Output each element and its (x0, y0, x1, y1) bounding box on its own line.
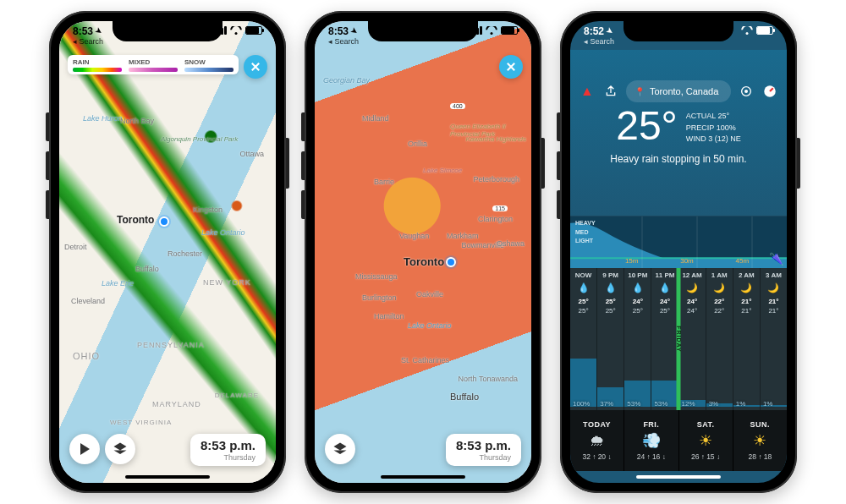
map-state: MARYLAND (152, 400, 201, 408)
hourly-column[interactable]: NOW💧25°25°100% (570, 268, 597, 410)
screen-radar-map: 8:53➤ ◂ Search Lake Huron Lake Ontario L… (59, 21, 276, 483)
notch (368, 21, 478, 41)
daily-column[interactable]: SAT.☀26 ↑ 15 ↓ (679, 410, 733, 471)
sunny-icon: ☀ (753, 431, 766, 450)
precip-axis-light: LIGHT (575, 238, 596, 244)
alert-icon[interactable]: ▲ (579, 83, 596, 100)
windy-icon: 💨 (642, 431, 661, 450)
hour-precip-pct: 3% (709, 400, 719, 408)
layers-button[interactable] (325, 434, 355, 464)
location-pin-icon: 📍 (634, 87, 645, 96)
current-stats: ACTUAL 25° PRECIP 100% WIND 3 (12) NE (686, 106, 741, 145)
play-button[interactable] (69, 434, 100, 464)
close-icon (505, 61, 517, 73)
map-label-park: Algonquin Provincial Park (161, 135, 238, 143)
sunny-icon: ☀ (699, 431, 712, 450)
layers-icon (113, 441, 128, 457)
hour-label: 12 AM (682, 271, 701, 279)
layers-icon (332, 441, 348, 457)
map-city-toronto: Toronto (404, 255, 444, 268)
close-button[interactable] (499, 55, 523, 79)
forecast-summary: Heavy rain stopping in 50 min. (570, 153, 787, 165)
map-city: Rochester (168, 249, 202, 258)
raindrop-icon: 💧 (632, 282, 644, 294)
precip-axis-heavy: HEAVY (575, 220, 596, 227)
timestamp-time: 8:53 p.m. (201, 438, 255, 452)
minute-precip-chart[interactable]: HEAVY MED LIGHT 15m 30m 45m 🌂 (570, 216, 787, 268)
back-to-search[interactable]: ◂ Search (584, 38, 614, 46)
current-temperature: 25° (616, 106, 678, 146)
hourly-column[interactable]: 9 PM💧25°25°37% (597, 268, 624, 410)
battery-icon (756, 26, 773, 35)
wifi-icon (486, 26, 497, 35)
map-state: NEW YORK (203, 278, 251, 287)
home-indicator[interactable] (125, 475, 210, 479)
map-label-water: Lake Ontario (408, 321, 452, 330)
day-label: SUN. (750, 420, 771, 429)
hour-temps: 21°21° (768, 298, 778, 356)
hour-temps: 24°25° (633, 298, 643, 356)
daily-column[interactable]: FRI.💨24 ↑ 16 ↓ (624, 410, 678, 471)
stat-actual: ACTUAL 25° (686, 111, 741, 123)
hour-label: 2 AM (739, 271, 755, 279)
location-services-icon: ➤ (349, 26, 360, 36)
share-icon[interactable] (602, 83, 619, 100)
hour-label: 3 AM (766, 271, 782, 279)
map-city: Kingston (193, 205, 222, 214)
daily-column[interactable]: TODAY🌧32 ↑ 20 ↓ (570, 410, 624, 471)
hourly-column[interactable]: 12 AM🌙24°24°12% (679, 268, 706, 410)
screen-alert-map: 8:53➤ ◂ Search Georgian Bay Lake Ontario… (315, 21, 531, 483)
moon-icon: 🌙 (686, 282, 698, 294)
raindrop-icon: 💧 (605, 282, 617, 294)
raindrop-icon: 💧 (578, 282, 590, 294)
hour-precip-pct: 12% (682, 400, 695, 408)
day-hi-lo: 24 ↑ 16 ↓ (637, 452, 666, 461)
settings-gauge-icon[interactable] (761, 83, 778, 100)
hour-precip-pct: 53% (627, 400, 640, 408)
precip-axis-med: MED (575, 229, 596, 236)
alert-map[interactable]: Georgian Bay Lake Ontario Lake Simcoe Qu… (315, 21, 531, 483)
precip-tick: 15m (625, 257, 639, 265)
map-label-water: Lake Simcoe (423, 167, 462, 174)
radar-map[interactable]: Lake Huron Lake Ontario Lake Erie Algonq… (59, 21, 276, 483)
layers-button[interactable] (105, 434, 135, 464)
map-city: Detroit (64, 243, 87, 251)
notch (624, 21, 733, 41)
hourly-column[interactable]: 1 AM🌙22°22°3% (706, 268, 733, 410)
location-pill[interactable]: 📍 Toronto, Canada (626, 80, 731, 102)
hour-temps: 25°25° (606, 298, 616, 356)
timestamp-chip[interactable]: 8:53 p.m. Thursday (446, 434, 521, 466)
notch (113, 21, 222, 41)
hourly-forecast-strip[interactable]: NOW💧25°25°100%9 PM💧25°25°37%10 PM💧24°25°… (570, 268, 787, 410)
home-indicator[interactable] (381, 475, 465, 479)
daily-forecast-strip[interactable]: TODAY🌧32 ↑ 20 ↓FRI.💨24 ↑ 16 ↓SAT.☀26 ↑ 1… (570, 410, 787, 471)
rainy-icon: 🌧 (590, 431, 605, 450)
back-to-search[interactable]: ◂ Search (328, 38, 359, 46)
hourly-column[interactable]: 2 AM🌙21°21°1% (733, 268, 761, 410)
hour-temps: 25°25° (579, 298, 589, 356)
hour-precip-pct: 53% (654, 400, 667, 408)
precip-legend: RAIN MIXED SNOW (68, 55, 239, 74)
close-button[interactable] (244, 55, 267, 79)
map-city: St. Catharines (401, 356, 449, 364)
phone-frame-3: 8:52➤ ◂ Search ▲ 📍 Toronto, Canada (560, 11, 797, 493)
hour-precip-pct: 100% (573, 400, 590, 408)
target-icon[interactable] (738, 83, 755, 100)
map-city: Buffalo (450, 392, 479, 402)
wifi-icon (230, 26, 242, 35)
day-hi-lo: 26 ↑ 15 ↓ (691, 452, 720, 461)
map-label-lake: Lake Erie (102, 279, 134, 288)
close-icon (250, 61, 261, 73)
map-state: PENNSYLVANIA (137, 341, 205, 349)
map-hwy-shield: 115 (492, 205, 508, 211)
daily-column[interactable]: SUN.☀28 ↑ 18 (733, 410, 787, 471)
timestamp-chip[interactable]: 8:53 p.m. Thursday (190, 434, 266, 466)
location-services-icon: ➤ (605, 26, 615, 36)
current-conditions-panel[interactable]: ▲ 📍 Toronto, Canada 25° ACTUAL 2 (570, 50, 787, 216)
map-state: WEST VIRGINIA (110, 419, 172, 426)
back-to-search[interactable]: ◂ Search (73, 38, 103, 46)
hourly-column[interactable]: 3 AM🌙21°21°1% (761, 268, 787, 410)
home-indicator[interactable] (636, 475, 721, 479)
hour-label: 1 AM (711, 271, 728, 279)
hourly-column[interactable]: 10 PM💧24°25°53% (624, 268, 651, 410)
